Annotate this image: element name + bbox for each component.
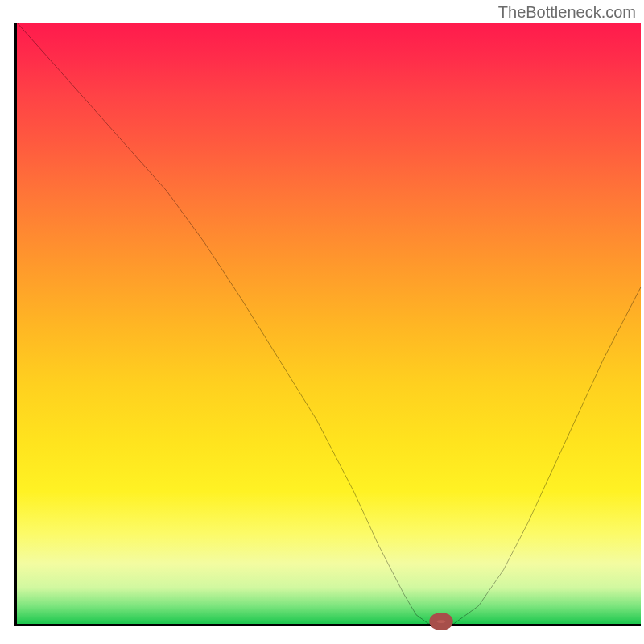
watermark-text: TheBottleneck.com: [498, 3, 636, 22]
curve-svg: [17, 23, 641, 624]
curve-line: [17, 23, 641, 624]
plot-area: [14, 23, 641, 626]
minimum-marker: [433, 617, 449, 627]
